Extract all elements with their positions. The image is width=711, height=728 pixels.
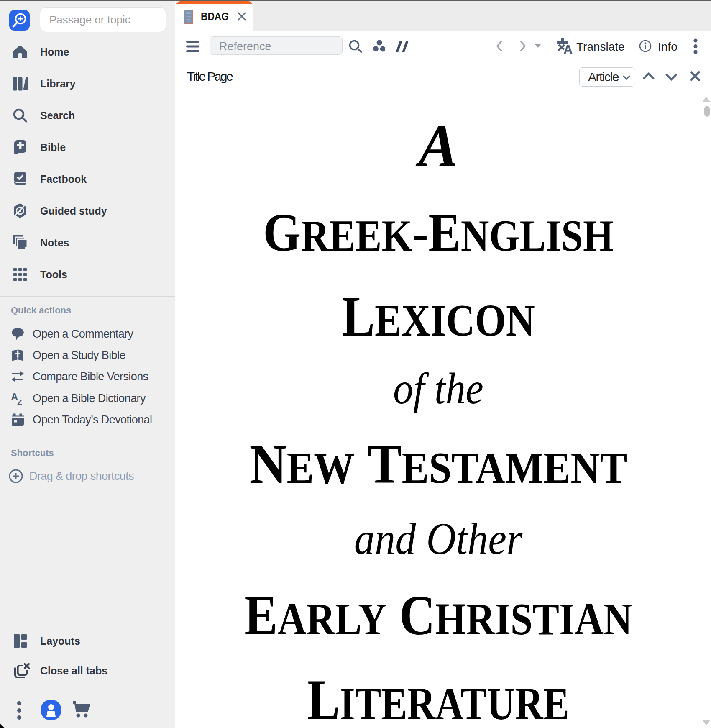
svg-text:A: A: [563, 42, 573, 54]
svg-text:Z: Z: [17, 397, 22, 405]
